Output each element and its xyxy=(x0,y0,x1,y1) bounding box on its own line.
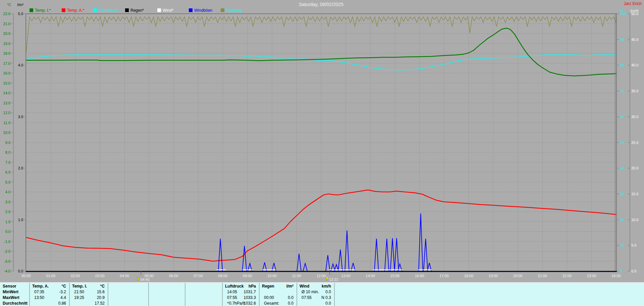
svg-text:5.0: 5.0 xyxy=(5,180,10,184)
legend-item-regen[interactable]: Regen* xyxy=(125,8,144,12)
table-divider xyxy=(69,283,70,306)
table-cell-value: 15.6 xyxy=(72,289,105,295)
marker-time-label: 12:21 xyxy=(329,277,338,282)
svg-text:15.0: 15.0 xyxy=(3,81,10,85)
x-axis-hour-label: 07:00 xyxy=(194,274,203,278)
table-divider xyxy=(185,283,185,306)
svg-text:13.0: 13.0 xyxy=(3,101,10,105)
svg-text:12.0: 12.0 xyxy=(3,111,10,115)
svg-text:22.0: 22.0 xyxy=(3,12,10,16)
x-axis-hour-label: 20:00 xyxy=(513,274,523,278)
x-axis-hour-label: 01:00 xyxy=(46,274,56,278)
table-cell-value: -3.2 xyxy=(32,289,66,295)
x-axis-hour-label: 17:00 xyxy=(439,274,449,278)
legend-item-label: Temp. A.* xyxy=(67,8,84,13)
legend-swatch-icon xyxy=(221,8,224,12)
svg-text:11.0: 11.0 xyxy=(3,121,10,125)
legend-item-feuchtea[interactable]: Feuchte A.* xyxy=(93,8,119,12)
x-axis-hour-label: 11:00 xyxy=(292,274,301,278)
x-axis-hour-label: 10:00 xyxy=(267,274,277,278)
table-cell-value: 20.9 xyxy=(72,295,105,301)
svg-text:0.0: 0.0 xyxy=(18,269,23,273)
svg-text:60: 60 xyxy=(620,115,624,119)
legend-item-tempi[interactable]: Temp. I.* xyxy=(30,8,51,12)
svg-text:25.0: 25.0 xyxy=(631,141,638,145)
svg-text:5.0: 5.0 xyxy=(18,12,23,16)
wind-axis-unit-label: km/h xyxy=(631,9,639,13)
table-cell-value: 0.0 xyxy=(300,289,331,295)
x-axis-hour-label: 04:00 xyxy=(120,274,129,278)
legend-item-empfang[interactable]: Empfang xyxy=(221,8,242,12)
x-axis-hour-label: 08:00 xyxy=(218,274,228,278)
table-cell-value: 17.52 xyxy=(72,301,105,306)
svg-text:70: 70 xyxy=(620,89,624,93)
watermark-text: Jarz Erich xyxy=(624,1,642,6)
svg-text:-4.0: -4.0 xyxy=(4,269,10,273)
x-axis-hour-label: 13:00 xyxy=(341,274,351,278)
svg-text:2.0: 2.0 xyxy=(18,166,23,170)
legend-swatch-icon xyxy=(93,8,97,12)
table-group-unit: °C xyxy=(32,284,66,289)
svg-text:16.0: 16.0 xyxy=(3,71,10,75)
svg-text:20.0: 20.0 xyxy=(3,32,10,36)
table-divider xyxy=(259,283,260,306)
svg-text:-3.0: -3.0 xyxy=(4,259,10,263)
svg-text:90: 90 xyxy=(620,38,624,42)
legend-item-label: Feuchte A.* xyxy=(99,8,119,13)
x-axis-hour-label: 02:00 xyxy=(71,274,80,278)
x-axis-hour-label: 15:00 xyxy=(390,274,400,278)
x-axis-hour-label: 14:00 xyxy=(366,274,375,278)
legend-item-windben[interactable]: Windböen xyxy=(189,8,212,12)
legend-swatch-icon xyxy=(62,8,65,12)
table-row-label: MinWert xyxy=(3,289,29,295)
x-axis-hour-label: 12:00 xyxy=(317,274,326,278)
x-axis-hour-label: 24:00 xyxy=(611,274,621,278)
svg-text:10.0: 10.0 xyxy=(631,218,638,222)
legend-item-label: Wind* xyxy=(163,8,173,13)
svg-text:1.0: 1.0 xyxy=(5,220,10,224)
x-axis-hour-label: 19:00 xyxy=(489,274,498,278)
svg-text:1.0: 1.0 xyxy=(18,218,23,222)
legend-swatch-icon xyxy=(157,8,161,12)
svg-text:9.0: 9.0 xyxy=(5,141,10,145)
chart-area: -4.0-3.0-2.0-1.00.01.02.03.04.05.06.07.0… xyxy=(0,0,644,282)
table-row-label: Sensor xyxy=(3,284,29,289)
table-group-unit: °C xyxy=(72,284,105,289)
legend-item-wind[interactable]: Wind* xyxy=(157,8,173,12)
table-cell-value: 0.0 xyxy=(262,295,293,301)
table-cell-value: 1031.7 xyxy=(225,289,256,295)
table-group-unit: km/h xyxy=(300,284,331,289)
legend-item-label: Empfang xyxy=(226,8,242,13)
table-divider xyxy=(334,283,335,306)
svg-text:50: 50 xyxy=(620,141,624,145)
svg-text:10.0: 10.0 xyxy=(3,131,10,135)
svg-text:30.0: 30.0 xyxy=(631,115,638,119)
svg-text:21.0: 21.0 xyxy=(3,22,10,26)
x-axis-hour-label: 21:00 xyxy=(538,274,547,278)
legend-item-label: Temp. I.* xyxy=(35,8,51,13)
table-divider xyxy=(222,283,223,306)
x-axis-hour-label: 03:00 xyxy=(95,274,105,278)
svg-text:17.0: 17.0 xyxy=(3,61,10,65)
table-divider xyxy=(108,283,108,306)
table-group-unit: l/m² xyxy=(262,284,293,289)
x-axis-hour-label: 09:00 xyxy=(243,274,252,278)
svg-text:5.0: 5.0 xyxy=(631,243,636,247)
legend-swatch-icon xyxy=(189,8,193,12)
svg-text:-2.0: -2.0 xyxy=(4,249,10,253)
svg-text:6.0: 6.0 xyxy=(5,170,10,174)
svg-text:3.0: 3.0 xyxy=(18,115,23,119)
svg-text:15.0: 15.0 xyxy=(631,192,638,196)
legend-item-label: Windböen xyxy=(194,8,212,13)
legend-swatch-icon xyxy=(30,8,33,12)
legend-item-tempa[interactable]: Temp. A.* xyxy=(62,8,84,12)
x-axis-hour-label: 18:00 xyxy=(464,274,473,278)
table-row-label: Durchschnitt xyxy=(3,301,29,306)
table-cell-value: 1032.6 xyxy=(225,301,256,306)
svg-text:2.0: 2.0 xyxy=(5,210,10,214)
svg-text:19.0: 19.0 xyxy=(3,42,10,46)
legend-swatch-icon xyxy=(125,8,129,12)
svg-text:4.0: 4.0 xyxy=(5,190,10,194)
marker-time-label: 04:40 xyxy=(140,277,150,282)
table-cell-value: 0.0 xyxy=(300,301,331,306)
